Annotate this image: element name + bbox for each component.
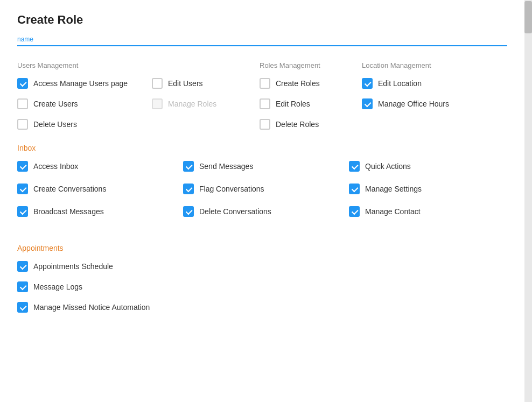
appointments-title: Appointments — [17, 244, 515, 252]
name-input-underline — [17, 45, 507, 46]
message-logs-checkbox[interactable] — [17, 281, 28, 292]
inbox-title: Inbox — [17, 144, 515, 152]
create-roles-label[interactable]: Create Roles — [276, 79, 320, 88]
manage-roles-item: Manage Roles — [152, 98, 260, 109]
users-management-col1: Users Management Access Manage Users pag… — [17, 61, 152, 139]
delete-conversations-item: Delete Conversations — [183, 206, 349, 217]
manage-office-hours-checkbox[interactable] — [362, 98, 373, 109]
send-messages-checkbox[interactable] — [183, 161, 194, 172]
appointments-section: Appointments Appointments Schedule Messa… — [17, 244, 515, 313]
manage-office-hours-item: Manage Office Hours — [362, 98, 515, 109]
send-messages-label[interactable]: Send Messages — [199, 162, 253, 171]
delete-conversations-checkbox[interactable] — [183, 206, 194, 217]
roles-management-section: Roles Management Create Roles Edit Roles… — [260, 61, 362, 139]
edit-users-checkbox[interactable] — [152, 78, 163, 89]
delete-conversations-label[interactable]: Delete Conversations — [199, 207, 271, 216]
access-manage-users-checkbox[interactable] — [17, 78, 28, 89]
create-users-checkbox[interactable] — [17, 98, 28, 109]
flag-conversations-item: Flag Conversations — [183, 184, 349, 194]
message-logs-label[interactable]: Message Logs — [33, 283, 82, 291]
appointments-schedule-checkbox[interactable] — [17, 261, 28, 272]
delete-roles-item: Delete Roles — [260, 119, 362, 130]
edit-location-label[interactable]: Edit Location — [378, 79, 422, 88]
manage-missed-notice-item: Manage Missed Notice Automation — [17, 302, 515, 313]
access-inbox-checkbox[interactable] — [17, 161, 28, 172]
edit-location-checkbox[interactable] — [362, 78, 373, 89]
scrollbar-thumb[interactable] — [524, 1, 532, 33]
create-roles-checkbox[interactable] — [260, 78, 270, 89]
users-management-col2: placeholder Edit Users Manage Roles — [152, 61, 260, 139]
manage-roles-label: Manage Roles — [168, 100, 216, 108]
manage-missed-notice-label[interactable]: Manage Missed Notice Automation — [33, 303, 150, 312]
broadcast-messages-item: Broadcast Messages — [17, 206, 183, 217]
users-management-title: Users Management — [17, 61, 152, 69]
scrollbar[interactable] — [524, 0, 532, 402]
access-manage-users-item: Access Manage Users page — [17, 78, 152, 89]
manage-office-hours-label[interactable]: Manage Office Hours — [378, 100, 449, 108]
name-label: name — [17, 36, 515, 43]
delete-users-label[interactable]: Delete Users — [33, 120, 77, 129]
edit-roles-label[interactable]: Edit Roles — [276, 100, 310, 108]
create-users-item: Create Users — [17, 98, 152, 109]
broadcast-messages-label[interactable]: Broadcast Messages — [33, 207, 104, 216]
create-conversations-item: Create Conversations — [17, 184, 183, 194]
edit-roles-item: Edit Roles — [260, 98, 362, 109]
appointments-schedule-label[interactable]: Appointments Schedule — [33, 262, 113, 271]
location-management-section: Location Management Edit Location Manage… — [362, 61, 515, 139]
manage-roles-checkbox[interactable] — [152, 98, 163, 109]
create-conversations-label[interactable]: Create Conversations — [33, 185, 106, 193]
access-manage-users-label[interactable]: Access Manage Users page — [33, 79, 128, 88]
page-title: Create Role — [17, 13, 515, 27]
manage-contact-checkbox[interactable] — [349, 206, 360, 217]
access-inbox-label[interactable]: Access Inbox — [33, 162, 78, 171]
manage-missed-notice-checkbox[interactable] — [17, 302, 28, 313]
inbox-grid: Access Inbox Send Messages Quick Actions… — [17, 161, 515, 229]
delete-users-checkbox[interactable] — [17, 119, 28, 130]
delete-roles-label[interactable]: Delete Roles — [276, 120, 319, 129]
create-conversations-checkbox[interactable] — [17, 184, 28, 194]
flag-conversations-checkbox[interactable] — [183, 184, 194, 194]
permissions-section: Users Management Access Manage Users pag… — [17, 61, 515, 139]
send-messages-item: Send Messages — [183, 161, 349, 172]
broadcast-messages-checkbox[interactable] — [17, 206, 28, 217]
edit-roles-checkbox[interactable] — [260, 98, 270, 109]
delete-roles-checkbox[interactable] — [260, 119, 270, 130]
message-logs-item: Message Logs — [17, 281, 515, 292]
delete-users-item: Delete Users — [17, 119, 152, 130]
page-container: Create Role name Users Management Access… — [0, 0, 532, 402]
flag-conversations-label[interactable]: Flag Conversations — [199, 185, 264, 193]
quick-actions-label[interactable]: Quick Actions — [365, 162, 411, 171]
manage-contact-item: Manage Contact — [349, 206, 515, 217]
edit-users-item: Edit Users — [152, 78, 260, 89]
manage-settings-checkbox[interactable] — [349, 184, 360, 194]
location-management-title: Location Management — [362, 61, 515, 69]
manage-contact-label[interactable]: Manage Contact — [365, 207, 421, 216]
roles-management-title: Roles Management — [260, 61, 362, 69]
quick-actions-item: Quick Actions — [349, 161, 515, 172]
edit-location-item: Edit Location — [362, 78, 515, 89]
quick-actions-checkbox[interactable] — [349, 161, 360, 172]
manage-settings-item: Manage Settings — [349, 184, 515, 194]
edit-users-label[interactable]: Edit Users — [168, 79, 203, 88]
access-inbox-item: Access Inbox — [17, 161, 183, 172]
create-roles-item: Create Roles — [260, 78, 362, 89]
manage-settings-label[interactable]: Manage Settings — [365, 185, 422, 193]
appointments-schedule-item: Appointments Schedule — [17, 261, 515, 272]
inbox-section: Inbox Access Inbox Send Messages Quick A… — [17, 144, 515, 229]
create-users-label[interactable]: Create Users — [33, 100, 78, 108]
